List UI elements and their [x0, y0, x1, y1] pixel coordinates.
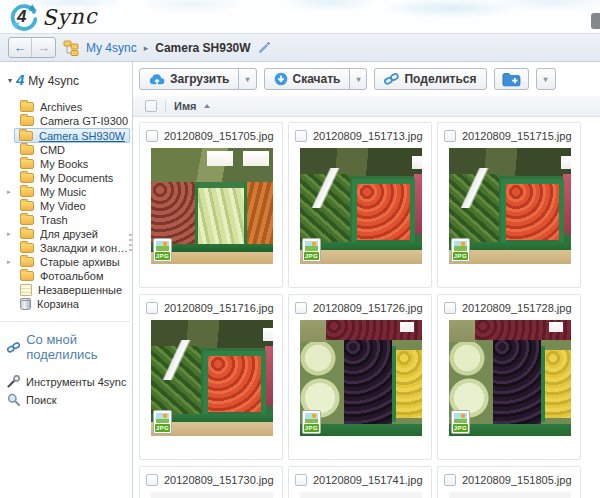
app-header: 4 Sync — [0, 0, 600, 33]
folder-icon — [20, 271, 34, 281]
download-label: Скачать — [293, 72, 341, 86]
sidebar-item-nezavershennye[interactable]: Незавершенные — [0, 283, 132, 297]
shared-with-me-label: Со мной поделились — [26, 332, 130, 362]
file-thumbnail[interactable]: JPG — [449, 320, 571, 436]
expand-arrow-icon[interactable]: ▸ — [7, 258, 11, 266]
file-thumbnail[interactable]: JPG — [300, 320, 422, 436]
file-checkbox[interactable] — [295, 130, 307, 142]
jpg-file-badge: JPG — [153, 238, 172, 262]
select-all-checkbox[interactable] — [145, 100, 157, 112]
file-name[interactable]: 20120809_151726.jpg — [313, 302, 423, 314]
sidebar-item-cmd[interactable]: CMD — [0, 143, 132, 157]
file-thumbnail[interactable]: JPG — [300, 148, 422, 264]
more-actions-button[interactable]: ▾ — [536, 68, 556, 90]
file-card-header: 20120809_151730.jpg — [146, 472, 276, 488]
sidebar-item-zakladki[interactable]: Закладки и контакты — [0, 241, 132, 255]
file-thumbnail[interactable]: JPG — [449, 492, 571, 498]
file-name[interactable]: 20120809_151805.jpg — [462, 474, 572, 486]
sidebar-item-archives[interactable]: Archives — [0, 100, 132, 114]
file-name[interactable]: 20120809_151716.jpg — [164, 302, 274, 314]
download-button[interactable]: Скачать — [264, 68, 351, 90]
sidebar-item-my-books[interactable]: My Books — [0, 157, 132, 171]
file-name[interactable]: 20120809_151728.jpg — [462, 302, 572, 314]
feedback-tab[interactable] — [591, 13, 600, 29]
sidebar-item-starye-arhivy[interactable]: ▸ Старые архивы — [0, 255, 132, 269]
sidebar-item-dlya-druzey[interactable]: ▸ Для друзей — [0, 227, 132, 241]
folder-icon — [20, 215, 34, 225]
folder-icon — [20, 243, 34, 253]
file-name[interactable]: 20120809_151715.jpg — [462, 130, 572, 142]
file-checkbox[interactable] — [444, 130, 456, 142]
file-card[interactable]: 20120809_151805.jpg JPG — [437, 466, 581, 498]
sidebar-root-my4sync[interactable]: ▾ 4 My 4sync — [0, 73, 132, 88]
file-checkbox[interactable] — [146, 130, 158, 142]
file-thumbnail[interactable]: JPG — [151, 320, 273, 436]
folder-icon — [20, 229, 34, 239]
share-button[interactable]: Поделиться — [374, 68, 486, 90]
image-glyph-icon — [305, 413, 318, 423]
new-folder-button[interactable] — [494, 68, 529, 90]
file-checkbox[interactable] — [295, 302, 307, 314]
expand-arrow-icon[interactable]: ▸ — [7, 188, 11, 196]
upload-split-button: Загрузить ▾ — [139, 68, 257, 90]
sidebar-item-my-documents[interactable]: My Documents — [0, 171, 132, 185]
file-thumbnail[interactable]: JPG — [300, 492, 422, 498]
name-column-header[interactable]: Имя — [174, 100, 196, 112]
file-card[interactable]: 20120809_151741.jpg JPG — [288, 466, 432, 498]
file-checkbox[interactable] — [146, 302, 158, 314]
back-button[interactable]: ← — [9, 38, 32, 57]
4sync-logo[interactable]: 4 Sync — [8, 1, 98, 32]
file-checkbox[interactable] — [146, 474, 158, 486]
file-thumbnail[interactable]: JPG — [449, 148, 571, 264]
file-name[interactable]: 20120809_151705.jpg — [164, 130, 274, 142]
file-type-label: JPG — [304, 424, 319, 432]
file-checkbox[interactable] — [295, 474, 307, 486]
file-type-label: JPG — [155, 424, 170, 432]
image-glyph-icon — [156, 413, 169, 423]
breadcrumb-root-link[interactable]: My 4sync — [86, 41, 137, 55]
file-type-label: JPG — [155, 252, 170, 260]
file-checkbox[interactable] — [444, 474, 456, 486]
sidebar-item-camera-sh930w[interactable]: Camera SH930W — [14, 128, 130, 143]
file-name[interactable]: 20120809_151730.jpg — [164, 474, 274, 486]
file-card[interactable]: 20120809_151730.jpg JPG — [139, 466, 283, 498]
upload-menu-button[interactable]: ▾ — [238, 68, 256, 90]
file-card[interactable]: 20120809_151715.jpg JPG — [437, 122, 581, 288]
search[interactable]: Поиск — [7, 393, 132, 406]
sidebar-item-camera-gt-i9300[interactable]: Camera GT-I9300 — [0, 114, 132, 128]
sidebar-root-label: My 4sync — [28, 74, 79, 88]
file-name[interactable]: 20120809_151741.jpg — [313, 474, 423, 486]
sidebar-item-trash[interactable]: Trash — [0, 213, 132, 227]
download-menu-button[interactable]: ▾ — [349, 68, 367, 90]
forward-button[interactable]: → — [32, 38, 55, 57]
sort-ascending-icon[interactable] — [204, 104, 210, 108]
sidebar-tools: Инструменты 4sync Поиск — [0, 375, 132, 406]
tools-4sync-label: Инструменты 4sync — [26, 376, 126, 388]
file-type-label: JPG — [453, 424, 468, 432]
file-card[interactable]: 20120809_151713.jpg JPG — [288, 122, 432, 288]
file-checkbox[interactable] — [444, 302, 456, 314]
file-name[interactable]: 20120809_151713.jpg — [313, 130, 423, 142]
sidebar-item-my-music[interactable]: ▸ My Music — [0, 185, 132, 199]
file-card-header: 20120809_151726.jpg — [295, 300, 425, 316]
collapse-arrow-icon[interactable]: ▾ — [8, 76, 12, 85]
jpg-file-badge: JPG — [302, 410, 321, 434]
search-icon — [7, 393, 20, 406]
tools-4sync[interactable]: Инструменты 4sync — [7, 375, 132, 388]
file-card[interactable]: 20120809_151728.jpg JPG — [437, 294, 581, 460]
file-thumbnail[interactable]: JPG — [151, 492, 273, 498]
sidebar-item-my-video[interactable]: My Video — [0, 199, 132, 213]
file-card-header: 20120809_151713.jpg — [295, 128, 425, 144]
expand-arrow-icon[interactable]: ▸ — [7, 230, 11, 238]
upload-button[interactable]: Загрузить — [139, 68, 239, 90]
file-card[interactable]: 20120809_151705.jpg JPG — [139, 122, 283, 288]
file-card[interactable]: 20120809_151726.jpg JPG — [288, 294, 432, 460]
rename-pencil-icon[interactable] — [258, 42, 270, 54]
sidebar-item-korzina[interactable]: Корзина — [0, 297, 132, 311]
shared-with-me[interactable]: Со мной поделились — [0, 321, 130, 362]
sidebar-item-fotoalbom[interactable]: Фотоальбом — [0, 269, 132, 283]
file-thumbnail[interactable]: JPG — [151, 148, 273, 264]
file-card[interactable]: 20120809_151716.jpg JPG — [139, 294, 283, 460]
image-glyph-icon — [156, 241, 169, 251]
folder-tree: Archives Camera GT-I9300 Camera SH930W C… — [0, 100, 132, 311]
